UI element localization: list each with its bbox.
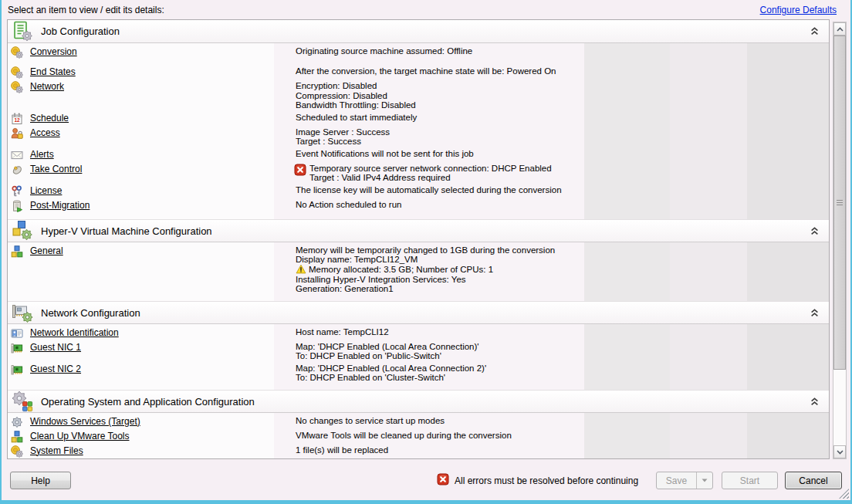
item-description: Host name: TempCLI12 [274, 327, 584, 340]
scroll-thumb-grip [837, 200, 843, 206]
vertical-scrollbar [833, 22, 847, 459]
item-description: Scheduled to start immediately [274, 113, 584, 125]
configure-defaults-link[interactable]: Configure Defaults [760, 5, 837, 15]
section-header: Hyper-V Virtual Machine Configuration [8, 219, 829, 242]
config-row: GeneralMemory will be temporarily change… [8, 244, 829, 295]
item-link-license[interactable]: License [30, 185, 62, 196]
item-link-network[interactable]: Network [30, 81, 64, 92]
item-cell: Network Identification [8, 327, 274, 340]
description-line: To: DHCP Enabled on 'Cluster-Switch' [296, 373, 584, 383]
config-row: 12ScheduleScheduled to start immediately [8, 111, 829, 126]
item-description: Map: 'DHCP Enabled (Local Area Connectio… [274, 342, 584, 361]
item-cell: General [8, 245, 274, 294]
section-title: Network Configuration [41, 307, 140, 319]
save-button[interactable]: Save [656, 472, 713, 489]
details-panel: Job ConfigurationConversionOriginating s… [7, 19, 830, 459]
item-description: The license key will be automatically se… [274, 185, 584, 198]
collapse-section-button[interactable] [810, 395, 820, 404]
description-line: Bandwidth Throttling: Disabled [296, 100, 584, 110]
section-title: Hyper-V Virtual Machine Configuration [41, 225, 212, 237]
item-description: Encryption: DisabledCompression: Disable… [274, 81, 584, 110]
item-description: No Action scheduled to run [274, 200, 584, 212]
script-icon [11, 200, 23, 212]
item-cell: Guest NIC 1 [8, 342, 274, 361]
calendar-icon: 12 [11, 113, 23, 125]
save-button-label: Save [657, 475, 696, 486]
config-row: Clean Up VMware ToolsVMware Tools will b… [8, 429, 829, 444]
description-line: No Action scheduled to run [296, 200, 584, 210]
cancel-button[interactable]: Cancel [785, 472, 842, 489]
item-link-clean-up-vmware-tools[interactable]: Clean Up VMware Tools [30, 431, 130, 441]
scroll-down-button[interactable] [833, 445, 846, 458]
network-id-icon [11, 327, 23, 340]
scroll-up-button[interactable] [833, 22, 846, 36]
item-link-general[interactable]: General [30, 245, 63, 256]
keys-icon [11, 185, 23, 198]
resize-grip[interactable] [839, 489, 849, 499]
item-link-guest-nic-1[interactable]: Guest NIC 1 [30, 342, 81, 353]
item-link-system-files[interactable]: System Files [30, 445, 83, 456]
item-link-end-states[interactable]: End States [30, 66, 76, 77]
scroll-thumb[interactable] [833, 36, 846, 370]
os-gear-windows-icon [12, 391, 33, 412]
item-link-guest-nic-2[interactable]: Guest NIC 2 [30, 364, 81, 374]
description-line: Generation: Generation1 [296, 284, 584, 294]
hyperv-cubes-gear-icon [12, 220, 33, 242]
save-dropdown-arrow-icon[interactable] [696, 472, 712, 489]
instruction-label: Select an item to view / edit its detail… [8, 5, 164, 15]
description-line: Scheduled to start immediately [296, 113, 584, 123]
description-line: Image Server : Success [296, 127, 584, 137]
gold-gear-icon [11, 81, 23, 93]
item-cell: Network [8, 81, 274, 110]
gray-gear-icon [11, 416, 23, 428]
blank-line [296, 56, 584, 64]
item-cell: Conversion [8, 46, 274, 65]
collapse-section-button[interactable] [810, 25, 820, 34]
nic-icon [11, 342, 23, 354]
section-body: Windows Services (Target)No changes to s… [8, 413, 829, 459]
item-cell: End States [8, 66, 274, 79]
svg-text:12: 12 [14, 117, 20, 123]
description-line: Map: 'DHCP Enabled (Local Area Connectio… [296, 342, 584, 352]
config-row: System Files1 file(s) will be replaced [8, 444, 829, 458]
config-row: End StatesAfter the conversion, the targ… [8, 66, 829, 80]
window-border-left [0, 0, 2, 504]
warning-icon [296, 264, 306, 275]
description-line: Installing Hyper-V Integration Services:… [296, 275, 584, 285]
section-job-configuration: Job ConfigurationConversionOriginating s… [8, 20, 829, 219]
description-line: No changes to service start up modes [296, 416, 584, 426]
description-line: VMware Tools will be cleaned up during t… [296, 431, 584, 441]
collapse-section-button[interactable] [810, 306, 820, 316]
item-link-post-migration[interactable]: Post-Migration [30, 200, 90, 211]
help-button[interactable]: Help [10, 472, 71, 489]
section-hyper-v-virtual-machine-configuration: Hyper-V Virtual Machine ConfigurationGen… [8, 219, 829, 301]
description-line: Memory will be temporarily changed to 1G… [296, 245, 584, 255]
config-row: Network IdentificationHost name: TempCLI… [8, 326, 829, 340]
config-row: LicenseThe license key will be automatic… [8, 184, 829, 198]
section-body: ConversionOriginating source machine ass… [8, 43, 829, 219]
description-line: Memory allocated: 3.5 GB; Number of CPUs… [309, 265, 493, 275]
item-link-conversion[interactable]: Conversion [30, 46, 77, 57]
description-line: Temporary source server network connecti… [309, 164, 552, 174]
description-line: The license key will be automatically se… [296, 185, 584, 195]
section-body: GeneralMemory will be temporarily change… [8, 242, 829, 301]
item-link-schedule[interactable]: Schedule [30, 113, 69, 123]
item-description: Memory will be temporarily changed to 1G… [274, 245, 584, 294]
item-link-take-control[interactable]: Take Control [30, 164, 82, 174]
item-link-windows-services-target[interactable]: Windows Services (Target) [30, 416, 140, 427]
description-line: 1 file(s) will be replaced [296, 445, 584, 455]
item-link-access[interactable]: Access [30, 127, 60, 138]
section-header: Network Configuration [8, 301, 829, 324]
item-link-alerts[interactable]: Alerts [30, 149, 54, 160]
nic-icon [11, 364, 23, 376]
job-configuration-icon [12, 21, 33, 42]
item-cell: Guest NIC 2 [8, 364, 274, 383]
item-cell: Access [8, 127, 274, 147]
section-body: Network IdentificationHost name: TempCLI… [8, 324, 829, 390]
collapse-section-button[interactable] [810, 225, 820, 234]
config-row: AlertsEvent Notifications will not be se… [8, 147, 829, 162]
item-link-network-identification[interactable]: Network Identification [30, 327, 119, 338]
item-description: After the conversion, the target machine… [274, 66, 584, 79]
item-description: 1 file(s) will be replaced [274, 445, 584, 458]
start-button[interactable]: Start [722, 472, 778, 489]
